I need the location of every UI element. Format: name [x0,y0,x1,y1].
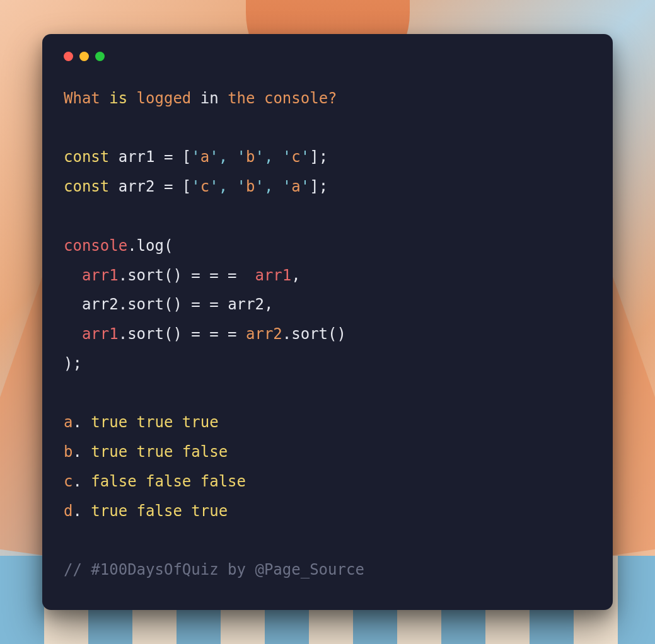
code-block: What is logged in the console? const arr… [64,84,591,585]
option-value: false [146,473,191,490]
quote: ' [301,178,310,195]
question-word: logged [137,89,192,107]
quote: ' [191,178,200,195]
paren: ) [173,267,182,284]
option-value: true [91,502,127,520]
identifier-arr1: arr1 [82,325,119,343]
option-value: true [182,413,219,431]
comma: , [264,178,273,195]
option-dot: . [72,473,91,490]
bracket: [ [182,178,191,195]
comma: , [264,148,273,166]
bracket: ] [310,148,318,166]
method-sort: .sort [119,267,164,284]
identifier-arr2: arr2 [119,178,155,195]
string-char: c [200,178,209,195]
string-char: b [246,148,255,166]
method-log: .log [127,237,164,255]
identifier-arr1: arr1 [119,148,155,166]
quote: ' [255,148,264,166]
identifier-console: console [64,237,127,255]
code-window: What is logged in the console? const arr… [42,34,613,611]
keyword-const: const [64,148,109,166]
option-dot: . [72,443,91,461]
paren: ( [328,325,337,343]
op-strict-eq: = = = [191,325,236,343]
option-label-a: a [64,413,72,431]
semicolon: ; [319,178,328,195]
option-value: false [137,502,182,520]
option-value: true [91,413,127,431]
window-titlebar [64,52,591,61]
comma: , [291,267,300,284]
identifier-arr2: arr2 [82,296,119,313]
string-char: a [291,178,300,195]
identifier-arr2: arr2 [246,325,282,343]
method-sort: .sort [282,325,328,343]
quote: ' [237,148,246,166]
quote: ' [209,178,218,195]
footer-comment: // #100DaysOfQuiz by @Page_Source [64,561,364,578]
quote: ' [191,148,200,166]
op-assign: = [164,178,173,195]
comma: , [219,178,228,195]
option-value: true [137,443,173,461]
minimize-icon[interactable] [79,52,89,61]
paren: ( [164,237,173,255]
paren: ( [164,296,173,313]
semicolon: ; [72,355,81,372]
paren: ( [164,325,173,343]
method-sort: .sort [119,325,164,343]
option-label-c: c [64,473,72,490]
option-value: true [191,502,228,520]
paren: ) [173,296,182,313]
question-word: What [64,89,100,107]
option-label-b: b [64,443,72,461]
op-strict-eq: = = [191,296,218,313]
quote: ' [255,178,264,195]
bracket: ] [310,178,318,195]
option-value: true [137,413,173,431]
comma: , [264,296,273,313]
question-word: console [264,89,328,107]
paren: ) [337,325,346,343]
question-word: in [200,89,219,107]
string-char: a [200,148,209,166]
bracket: [ [182,148,191,166]
question-mark: ? [328,89,337,107]
string-char: c [291,148,300,166]
option-dot: . [72,413,91,431]
op-strict-eq: = = = [191,267,246,284]
comma: , [219,148,228,166]
identifier-arr1: arr1 [82,267,119,284]
question-word: the [228,89,255,107]
op-assign: = [164,148,173,166]
option-label-d: d [64,502,72,520]
quote: ' [282,178,291,195]
quote: ' [282,148,291,166]
question-word: is [109,89,127,107]
quote: ' [209,148,218,166]
quote: ' [301,148,310,166]
identifier-arr2: arr2 [228,296,264,313]
paren: ) [173,325,182,343]
close-icon[interactable] [64,52,73,61]
option-dot: . [72,502,91,520]
paren: ( [164,267,173,284]
option-value: true [91,443,127,461]
quote: ' [237,178,246,195]
option-value: false [182,443,228,461]
option-value: false [200,473,246,490]
option-value: false [91,473,136,490]
maximize-icon[interactable] [95,52,105,61]
method-sort: .sort [119,296,164,313]
semicolon: ; [319,148,328,166]
keyword-const: const [64,178,109,195]
identifier-arr1: arr1 [255,267,291,284]
string-char: b [246,178,255,195]
paren: ) [64,355,72,372]
